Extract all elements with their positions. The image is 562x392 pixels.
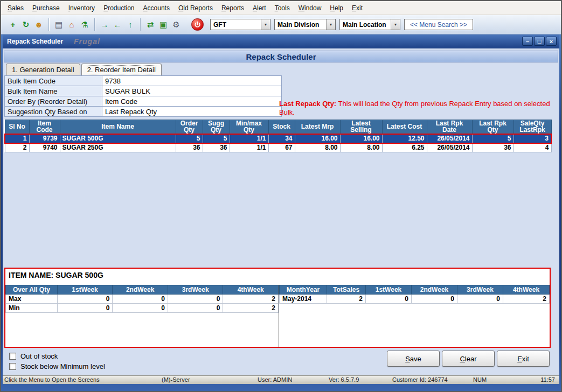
chevron-down-icon[interactable] bbox=[326, 19, 335, 30]
window-controls bbox=[522, 37, 557, 46]
detail-right-pane: MonthYearTotSales1stWeek2ndWeek3rdWeek4t… bbox=[279, 285, 550, 347]
bulk-item-code-field[interactable]: 9738 bbox=[102, 76, 282, 86]
detail-right-table: MonthYearTotSales1stWeek2ndWeek3rdWeek4t… bbox=[279, 285, 550, 304]
checkbox-stock-below-minimum-level[interactable]: Stock below Minimum level bbox=[9, 361, 105, 371]
window-title: Repack Scheduler bbox=[3, 38, 63, 45]
checkbox-box[interactable] bbox=[9, 353, 16, 360]
menu-item-old-reports[interactable]: Old Reports bbox=[174, 2, 217, 14]
division-select-value: Main Division bbox=[275, 21, 326, 29]
menu-item-alert[interactable]: Alert bbox=[248, 2, 270, 14]
column-header: Last Rpk Qty bbox=[472, 120, 514, 134]
cell: 36 bbox=[472, 143, 514, 152]
cell: 16.00 bbox=[295, 134, 340, 143]
status-item: Ver: 6.5.7.9 bbox=[329, 376, 359, 383]
menu-item-exit[interactable]: Exit bbox=[348, 2, 367, 14]
suggestion-qty-field[interactable]: Last Repack Qty bbox=[102, 107, 282, 117]
menu-item-help[interactable]: Help bbox=[325, 2, 348, 14]
refresh-icon[interactable]: ↻ bbox=[19, 18, 32, 31]
print-icon[interactable]: ▤ bbox=[52, 18, 65, 31]
cell: 9739 bbox=[29, 134, 60, 143]
tab-reorder-item-detail[interactable]: 2. Reorder Item Detail bbox=[81, 64, 162, 76]
cell: 0 bbox=[57, 295, 113, 304]
exit-button[interactable]: Exit bbox=[497, 351, 550, 367]
cell: 0 bbox=[113, 304, 168, 313]
cell: 26/05/2014 bbox=[427, 143, 472, 152]
checkbox-out-of-stock[interactable]: Out of stock bbox=[9, 351, 105, 361]
tab-strip: 1. Generation Detail 2. Reorder Item Det… bbox=[6, 64, 162, 76]
detail-tables: Over All Qty1stWeek2ndWeek3rdWeek4thWeek… bbox=[5, 285, 550, 347]
brand-watermark: Frugal bbox=[74, 37, 100, 46]
location-select-value: Main Location bbox=[340, 21, 391, 29]
checkbox-label: Stock below Minimum level bbox=[20, 362, 105, 370]
column-header: 2ndWeek bbox=[113, 285, 168, 295]
maximize-button[interactable] bbox=[534, 37, 545, 46]
division-select[interactable]: Main Division bbox=[274, 19, 336, 30]
package-icon[interactable]: ▣ bbox=[157, 18, 170, 31]
chevron-down-icon[interactable] bbox=[261, 19, 270, 30]
cell: Max bbox=[6, 295, 58, 304]
minimize-button[interactable] bbox=[522, 37, 533, 46]
new-icon[interactable]: + bbox=[6, 18, 19, 31]
tools-icon[interactable]: ⚙ bbox=[170, 18, 183, 31]
table-row[interactable]: 29740SUGAR 250G36361/1678.008.006.2526/0… bbox=[5, 143, 551, 152]
menu-item-reports[interactable]: Reports bbox=[217, 2, 248, 14]
page-title: Repack Scheduler bbox=[4, 51, 558, 62]
cell: 2 bbox=[5, 143, 29, 152]
status-item: Click the Menu to Open the Screens bbox=[4, 376, 100, 383]
cell: 1/1 bbox=[230, 134, 268, 143]
menu-item-sales[interactable]: Sales bbox=[3, 2, 28, 14]
menu-item-production[interactable]: Production bbox=[99, 2, 138, 14]
save-button[interactable]: Save bbox=[387, 351, 440, 367]
users-icon[interactable]: ☻ bbox=[32, 18, 45, 31]
menu-item-window[interactable]: Window bbox=[294, 2, 326, 14]
chevron-down-icon[interactable] bbox=[391, 19, 400, 30]
detail-left-pane: Over All Qty1stWeek2ndWeek3rdWeek4thWeek… bbox=[5, 285, 279, 347]
transfer-icon[interactable]: ⇄ bbox=[144, 18, 157, 31]
location-select[interactable]: Main Location bbox=[339, 19, 400, 30]
bulk-item-name-field[interactable]: SUGAR BULK bbox=[102, 86, 282, 96]
cell: 8.00 bbox=[295, 143, 340, 152]
bulk-form: Bulk Item Code 9738 Bulk Item Name SUGAR… bbox=[4, 75, 282, 117]
home-icon[interactable]: ⌂ bbox=[65, 18, 78, 31]
column-header: 4thWeek bbox=[223, 285, 279, 295]
column-header: Min/max Qty bbox=[230, 120, 268, 134]
company-select[interactable]: GFT bbox=[210, 19, 270, 30]
cell: 67 bbox=[268, 143, 295, 152]
table-row: May-201420002 bbox=[280, 295, 550, 304]
hint-text-bold: Last Repack Qty: bbox=[279, 100, 336, 108]
menu-item-accounts[interactable]: Accounts bbox=[139, 2, 174, 14]
cell: 0 bbox=[113, 295, 168, 304]
table-row: Min0002 bbox=[6, 304, 279, 313]
cell: 3 bbox=[514, 134, 551, 143]
flask-icon[interactable]: ⚗ bbox=[78, 18, 91, 31]
cell: 4 bbox=[514, 143, 551, 152]
column-header: Latest Cost bbox=[382, 120, 427, 134]
column-header: SaleQty LastRpk bbox=[514, 120, 551, 134]
menu-item-purchase[interactable]: Purchase bbox=[28, 2, 64, 14]
table-row: Max0002 bbox=[6, 295, 279, 304]
cell: 0 bbox=[168, 295, 223, 304]
cell: 0 bbox=[412, 295, 457, 304]
cell: 1 bbox=[5, 134, 29, 143]
title-bar: Repack Scheduler Frugal bbox=[3, 34, 559, 48]
menu-item-tools[interactable]: Tools bbox=[270, 2, 294, 14]
arrow-right-icon[interactable]: → bbox=[98, 18, 111, 31]
checkbox-box[interactable] bbox=[9, 363, 16, 370]
arrow-up-icon[interactable]: ↑ bbox=[124, 18, 137, 31]
column-header: Item Code bbox=[29, 120, 60, 134]
table-row[interactable]: 19739SUGAR 500G551/13416.0016.0012.5026/… bbox=[5, 134, 551, 143]
close-button[interactable] bbox=[546, 37, 557, 46]
clear-button[interactable]: Clear bbox=[442, 351, 495, 367]
column-header: MonthYear bbox=[280, 285, 327, 295]
window-frame: Repack Scheduler Frugal Repack Scheduler… bbox=[1, 34, 561, 391]
tab-generation-detail[interactable]: 1. Generation Detail bbox=[6, 64, 80, 76]
status-item: User: ADMIN bbox=[258, 376, 292, 383]
power-icon[interactable] bbox=[191, 18, 204, 31]
items-table: Sl NoItem CodeItem NameOrder QtySugg Qty… bbox=[4, 120, 552, 152]
menu-search-input[interactable]: << Menu Search >> bbox=[404, 19, 473, 30]
menu-item-inventory[interactable]: Inventory bbox=[64, 2, 99, 14]
arrow-left-icon[interactable]: ← bbox=[111, 18, 124, 31]
cell: 16.00 bbox=[340, 134, 382, 143]
order-by-field[interactable]: Item Code bbox=[102, 96, 282, 107]
column-header: Order Qty bbox=[176, 120, 203, 134]
